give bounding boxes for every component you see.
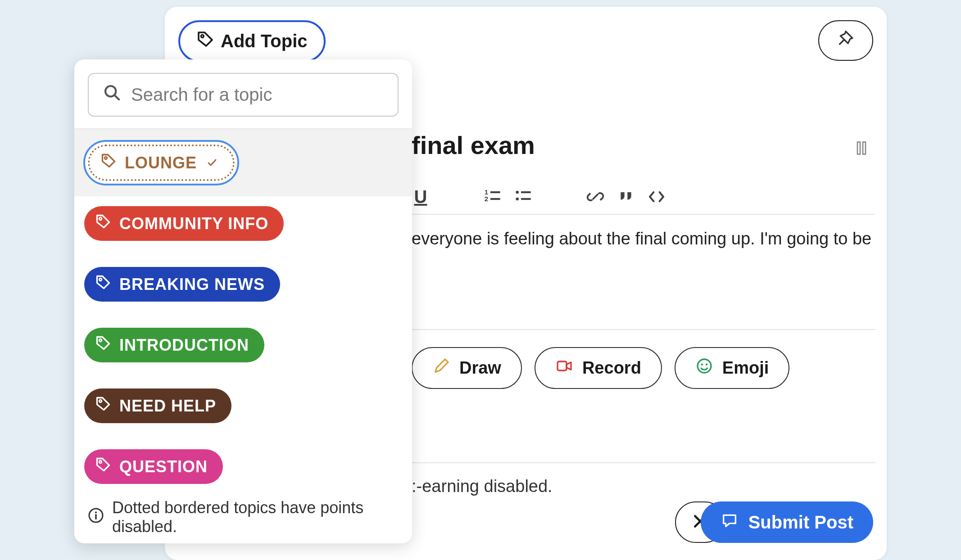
divider — [412, 462, 875, 463]
attachment-row: Draw Record Emoji — [412, 347, 789, 389]
post-body[interactable]: everyone is feeling about the final comi… — [412, 227, 880, 250]
topic-search-wrap — [74, 59, 412, 129]
topic-pill[interactable]: BREAKING NEWS — [84, 267, 280, 302]
search-icon — [103, 84, 121, 106]
topic-list: COMMUNITY INFOBREAKING NEWSINTRODUCTIONN… — [74, 196, 412, 494]
emoji-icon — [695, 357, 713, 379]
emoji-button[interactable]: Emoji — [675, 347, 789, 389]
pin-button[interactable] — [818, 20, 873, 61]
topic-hint: Dotted bordered topics have points disab… — [74, 494, 412, 541]
divider — [412, 329, 875, 330]
tag-icon — [95, 335, 111, 355]
topic-pill-lounge[interactable]: LOUNGE — [88, 145, 235, 181]
topic-label: COMMUNITY INFO — [119, 214, 268, 233]
info-icon — [88, 507, 104, 528]
check-icon — [207, 154, 218, 172]
divider — [412, 214, 875, 215]
pencil-icon — [432, 357, 450, 379]
topic-search[interactable] — [88, 73, 399, 117]
selected-topic-row[interactable]: LOUNGE — [74, 129, 412, 196]
post-body-text: everyone is feeling about the final comi… — [412, 229, 871, 248]
format-toolbar: U — [412, 188, 666, 206]
topic-pill[interactable]: NEED HELP — [84, 388, 231, 423]
ruler-icon[interactable] — [853, 140, 870, 158]
post-title[interactable]: final exam — [412, 131, 535, 160]
record-button[interactable]: Record — [535, 347, 662, 389]
comment-icon — [721, 511, 739, 533]
video-icon — [555, 357, 573, 379]
draw-label: Draw — [459, 358, 501, 378]
submit-post-button[interactable]: Submit Post — [701, 501, 873, 543]
draw-button[interactable]: Draw — [412, 347, 522, 389]
topic-label: NEED HELP — [119, 397, 216, 415]
underline-button[interactable]: U — [412, 188, 430, 206]
code-button[interactable] — [648, 188, 666, 206]
add-topic-label: Add Topic — [221, 31, 308, 51]
points-status-text: :-earning disabled. — [412, 477, 553, 496]
topic-label: LOUNGE — [125, 154, 197, 172]
topic-pill[interactable]: COMMUNITY INFO — [84, 206, 284, 241]
pin-icon — [837, 31, 855, 50]
topic-label: INTRODUCTION — [119, 336, 249, 355]
submit-label: Submit Post — [748, 512, 853, 533]
add-topic-button[interactable]: Add Topic — [178, 20, 326, 62]
topic-pill[interactable]: QUESTION — [84, 449, 223, 484]
link-button[interactable] — [586, 188, 604, 206]
tag-icon — [100, 153, 117, 173]
topic-label: BREAKING NEWS — [119, 275, 265, 294]
tag-icon — [95, 456, 111, 477]
topic-hint-text: Dotted bordered topics have points disab… — [112, 498, 399, 536]
emoji-label: Emoji — [722, 358, 769, 378]
post-title-text: final exam — [412, 131, 535, 160]
tag-icon — [95, 396, 111, 416]
topic-label: QUESTION — [119, 457, 208, 476]
quote-button[interactable] — [617, 188, 635, 206]
selected-topic-outline: LOUNGE — [83, 140, 239, 185]
ordered-list-button[interactable] — [484, 188, 502, 206]
unordered-list-button[interactable] — [514, 188, 532, 206]
points-status: :-earning disabled. — [412, 477, 553, 496]
record-label: Record — [582, 358, 641, 378]
topic-pill[interactable]: INTRODUCTION — [84, 328, 264, 362]
tag-icon — [196, 30, 214, 52]
tag-icon — [95, 213, 111, 234]
tag-icon — [95, 274, 111, 294]
topic-search-input[interactable] — [131, 85, 383, 105]
topic-dropdown: LOUNGE COMMUNITY INFOBREAKING NEWSINTROD… — [74, 59, 412, 543]
